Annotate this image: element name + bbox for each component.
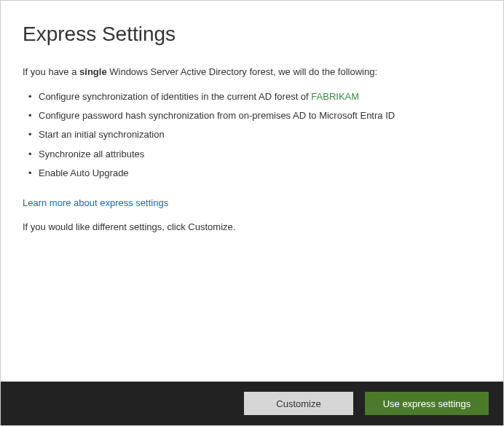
intro-bold: single [79, 66, 107, 77]
customize-button[interactable]: Customize [244, 392, 353, 415]
page-title: Express Settings [23, 23, 481, 46]
customize-hint: If you would like different settings, cl… [23, 221, 481, 232]
list-item: Start an initial synchronization [23, 125, 481, 144]
intro-text: If you have a single Windows Server Acti… [23, 66, 481, 77]
list-item: Synchronize all attributes [23, 145, 481, 164]
learn-more-link[interactable]: Learn more about express settings [23, 197, 168, 208]
content-area: Express Settings If you have a single Wi… [1, 1, 503, 382]
list-item: Configure synchronization of identities … [23, 87, 481, 106]
use-express-settings-button[interactable]: Use express settings [365, 392, 489, 415]
footer-bar: Customize Use express settings [1, 382, 503, 425]
list-item: Configure password hash synchronization … [23, 106, 481, 125]
intro-prefix: If you have a [23, 66, 79, 77]
list-item: Enable Auto Upgrade [23, 164, 481, 183]
bullet-text: Configure synchronization of identities … [39, 91, 311, 102]
intro-suffix: Windows Server Active Directory forest, … [107, 66, 377, 77]
forest-name: FABRIKAM [311, 91, 359, 102]
bullet-list: Configure synchronization of identities … [23, 87, 481, 183]
